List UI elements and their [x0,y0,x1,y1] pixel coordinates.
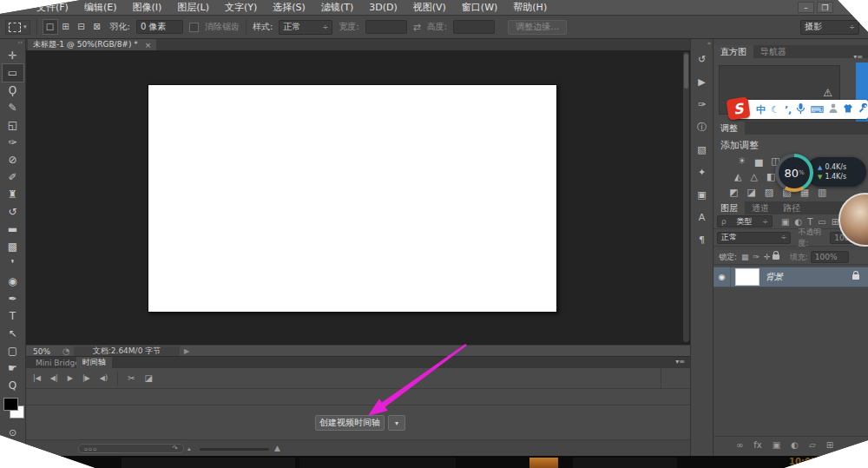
rect-marquee-tool[interactable]: ▭ [3,64,23,82]
tab-histogram[interactable]: 直方图 [713,45,753,58]
selective-color-icon[interactable]: ◩ [729,187,738,198]
history-icon[interactable]: ↺ [693,48,712,70]
expand-dock-icon[interactable]: « [707,39,713,48]
gradient-tool[interactable]: ▩ [3,238,23,255]
menu-item[interactable]: 编辑(E) [76,1,125,14]
collapse-tools-icon[interactable]: ›› [17,39,25,47]
group-icon[interactable]: ▱ [809,440,816,450]
lasso-tool[interactable]: Ϙ [3,82,23,99]
punctuation-icon[interactable]: ’, [785,104,792,115]
blur-tool[interactable]: ❜ [3,255,23,273]
fill-input[interactable]: 100% [811,251,849,263]
tab-navigator[interactable]: 导航器 [753,45,793,58]
link-icon[interactable]: ∞ [736,440,743,450]
ime-logo[interactable]: S [726,96,750,120]
move-tool[interactable]: ✛ [3,47,23,64]
blend-mode-select[interactable]: 正常 ÷ [717,232,791,244]
swap-dimensions-icon[interactable]: ⇄ [413,22,421,33]
spot-healing-tool[interactable]: ⊘ [3,151,23,168]
brush-tool[interactable]: ✐ [3,168,23,186]
next-frame-icon[interactable]: |▶ [82,374,90,382]
ime-language-toggle[interactable]: 中 [756,103,766,116]
zoom-level[interactable]: 50% [33,347,50,356]
menu-item[interactable]: 帮助(H) [505,1,555,14]
lock-all-icon[interactable] [773,254,779,260]
clone-source-icon[interactable]: ▣ [693,183,712,206]
zoom-tool[interactable]: Q [3,377,23,394]
skin-shirt-icon[interactable] [843,103,853,115]
tab-channels[interactable]: 通道 [745,201,776,214]
feather-input[interactable]: 0 像素 [136,20,183,34]
tab-timeline[interactable]: 时间轴 [76,357,112,368]
workspace-select[interactable]: 摄影 ÷ [800,20,859,35]
menu-item[interactable]: 文件(F) [29,1,76,14]
shape-tool[interactable]: ▢ [3,342,23,359]
lock-transparent-icon[interactable]: ▦ [741,253,749,261]
warning-icon[interactable]: ⚠ [823,87,832,99]
eyedropper-tool[interactable]: ✑ [3,134,23,151]
render-video-icon[interactable]: ↷ [172,445,178,452]
smart-object-filter-icon[interactable]: ⊞ [832,217,838,227]
go-first-frame-icon[interactable]: |◀ [33,374,41,382]
adjustment-icon[interactable]: ◐ [791,440,799,450]
color-icon[interactable]: ▧ [693,138,712,161]
menu-item[interactable]: 图层(L) [169,1,217,14]
eraser-tool[interactable]: ▬ [3,221,23,238]
menu-item[interactable]: 选择(S) [265,1,313,14]
taskbar-item[interactable] [122,458,295,468]
hue-saturation-icon[interactable]: △ [750,171,757,182]
character-icon[interactable]: A [693,206,712,228]
fx-icon[interactable]: fx [753,440,761,450]
menu-item[interactable]: 窗口(W) [454,1,505,14]
tab-paths[interactable]: 路径 [776,201,807,214]
shape-filter-icon[interactable]: ▭ [818,217,825,227]
dodge-tool[interactable]: ◉ [3,273,23,290]
split-icon[interactable]: ✂ [128,373,135,383]
brightness-contrast-icon[interactable]: ☀ [738,155,746,167]
panel-menu-icon[interactable]: ▾≡ [675,358,685,366]
new-selection-icon[interactable]: □ [43,20,57,34]
lock-paint-icon[interactable]: ✑ [753,253,760,261]
channel-mixer-icon[interactable]: ◪ [746,187,755,198]
pen-tool[interactable]: ✒ [3,290,23,307]
vibrance-icon[interactable]: ◭ [734,171,741,182]
canvas[interactable] [148,84,557,313]
type-filter-icon[interactable]: T [807,217,812,227]
menu-item[interactable]: 文字(Y) [217,1,265,14]
crop-tool[interactable]: ◱ [3,116,23,134]
type-tool[interactable]: T [3,307,23,325]
timeline-zoom-slider[interactable] [200,448,269,451]
gradient-map-icon[interactable]: ▨ [765,187,773,198]
history-brush-tool[interactable]: ↺ [3,203,23,221]
quick-selection-tool[interactable]: ✎ [3,99,23,116]
wrench-icon[interactable] [858,103,868,115]
subtract-selection-icon[interactable]: ⊟ [75,20,89,34]
visibility-eye-icon[interactable]: ◉ [713,267,731,287]
prev-frame-icon[interactable]: ◀| [50,374,58,382]
play-icon[interactable]: ▶ [68,374,73,382]
minimize-button[interactable]: – [798,2,814,13]
styles-icon[interactable]: ✦ [693,161,712,183]
zoom-out-icon[interactable]: ▴ [187,445,191,452]
layer-row-background[interactable]: ◉ 背景 [713,267,868,287]
height-input[interactable] [453,20,495,34]
vertical-scrollbar[interactable] [683,52,689,342]
menu-item[interactable]: 视图(V) [405,1,454,14]
antialias-checkbox[interactable] [189,23,199,32]
info-icon[interactable]: ⓘ [693,115,712,138]
intersect-selection-icon[interactable]: ⊠ [90,20,104,34]
menu-item[interactable]: 3D(D) [361,2,405,13]
microphone-icon[interactable] [797,103,805,116]
taskbar-item[interactable] [299,458,456,468]
quick-mask-icon[interactable]: ⊙ [9,427,16,438]
zoom-in-icon[interactable]: ▲ [274,444,280,452]
color-balance-icon[interactable]: ◧ [766,171,775,182]
layer-filter-select[interactable]: ρ 类型 ÷ [717,215,773,227]
width-input[interactable] [365,20,407,34]
active-tool-badge[interactable]: ▾ [5,20,30,35]
timeline-scroll-lane[interactable]: ▫▫▫ ↷ [78,444,184,453]
lock-move-icon[interactable]: ✛ [764,253,771,261]
close-icon[interactable]: × [145,41,152,49]
adjustment-filter-icon[interactable]: ◐ [794,217,802,227]
actions-icon[interactable]: ▶ [693,70,712,93]
